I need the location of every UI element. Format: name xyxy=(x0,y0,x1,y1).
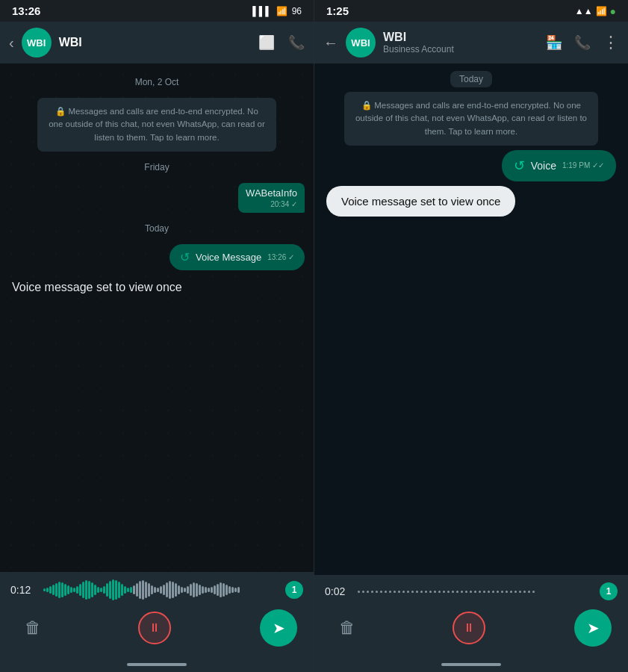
menu-icon[interactable]: ⋮ xyxy=(603,33,619,52)
avatar: WBI xyxy=(22,28,52,57)
right-avatar: WBI xyxy=(346,28,376,57)
voice-play-icon: ↺ xyxy=(180,250,190,264)
encryption-notice: 🔒 Messages and calls are end-to-end encr… xyxy=(37,98,276,152)
right-status-bar: 1:25 ▲▲ 📶 ● xyxy=(314,0,628,22)
voice-call-icon[interactable]: 📞 xyxy=(288,34,305,51)
date-label-3: Today xyxy=(9,223,305,234)
view-once-label: Voice message set to view once xyxy=(9,275,305,300)
right-signal-icon: ▲▲ xyxy=(575,6,593,16)
right-panel: 1:25 ▲▲ 📶 ● ← WBI WBI Business Account 🏪… xyxy=(314,0,628,672)
right-recording-bar: 0:02 1 🗑 ⏸ ➤ xyxy=(314,575,628,657)
contact-name: WBI xyxy=(59,36,251,49)
voice-message-bubble[interactable]: ↺ Voice Message 13:26 ✓ xyxy=(170,244,305,270)
send-recording-button[interactable]: ➤ xyxy=(260,609,297,647)
left-time: 13:26 xyxy=(12,4,40,17)
right-voice-icon: ↺ xyxy=(514,158,525,174)
right-chat-area: Today 🔒 Messages and calls are end-to-en… xyxy=(314,63,628,575)
view-once-badge: 1 xyxy=(285,581,303,599)
message-text: WABetaInfo xyxy=(246,187,297,199)
left-header: ‹ WBI WBI ⬜ 📞 xyxy=(0,22,314,63)
waveform-row: 0:12 1 xyxy=(10,579,303,600)
signal-icon: ▌▌▌ xyxy=(252,6,272,16)
waveform xyxy=(43,579,279,600)
right-contact-name: WBI xyxy=(383,31,538,44)
right-back-button[interactable]: ← xyxy=(323,34,338,52)
store-icon[interactable]: 🏪 xyxy=(546,34,562,51)
left-panel: 13:26 ▌▌▌ 📶 96 ‹ WBI WBI ⬜ 📞 Mon, 2 Oct … xyxy=(0,0,314,672)
pause-recording-button[interactable]: ⏸ xyxy=(138,612,171,644)
right-phone-icon[interactable]: 📞 xyxy=(574,34,591,51)
right-contact-subtitle: Business Account xyxy=(383,44,538,55)
message-time: 20:34 ✓ xyxy=(246,200,297,208)
right-wifi-icon: 📶 xyxy=(596,6,607,16)
nav-indicator xyxy=(127,663,187,666)
left-recording-bar: 0:12 1 🗑 ⏸ ➤ xyxy=(0,572,314,657)
right-header: ← WBI WBI Business Account 🏪 📞 ⋮ xyxy=(314,22,628,63)
date-label-1: Mon, 2 Oct xyxy=(9,77,305,87)
recording-time: 0:12 xyxy=(10,584,37,596)
right-send-icon: ➤ xyxy=(587,619,600,637)
left-status-icons: ▌▌▌ 📶 96 xyxy=(252,6,302,16)
today-label: Today xyxy=(326,71,616,87)
right-send-button[interactable]: ➤ xyxy=(574,609,612,647)
right-view-once-badge: 1 xyxy=(600,582,618,600)
header-actions: ⬜ 📞 xyxy=(258,34,305,51)
right-waveform-row: 0:02 1 xyxy=(325,582,618,600)
date-label-2: Friday xyxy=(9,162,305,172)
send-icon: ➤ xyxy=(273,619,285,637)
right-view-once-bubble: Voice message set to view once xyxy=(326,186,515,217)
right-view-once-text: Voice message set to view once xyxy=(341,195,500,208)
right-voice-bubble[interactable]: ↺ Voice 1:19 PM ✓✓ xyxy=(502,150,616,181)
right-status-icons: ▲▲ 📶 ● xyxy=(575,5,616,17)
right-header-info: WBI Business Account xyxy=(383,31,538,55)
right-delete-button[interactable]: 🗑 xyxy=(331,612,364,644)
video-call-icon[interactable]: ⬜ xyxy=(258,34,275,51)
voice-label: Voice Message xyxy=(196,252,261,263)
voice-time: 13:26 ✓ xyxy=(267,253,294,261)
left-chat-area: Mon, 2 Oct 🔒 Messages and calls are end-… xyxy=(0,63,314,572)
left-status-bar: 13:26 ▌▌▌ 📶 96 xyxy=(0,0,314,22)
message-wabetainfo: WABetaInfo 20:34 ✓ xyxy=(238,183,305,213)
right-header-icons: 🏪 📞 ⋮ xyxy=(546,33,619,52)
recording-actions: 🗑 ⏸ ➤ xyxy=(10,606,303,650)
right-time: 1:25 xyxy=(326,4,349,17)
right-nav-indicator xyxy=(441,663,501,666)
right-recording-actions: 🗑 ⏸ ➤ xyxy=(325,606,618,650)
right-recording-time: 0:02 xyxy=(325,585,352,597)
encryption-text: 🔒 Messages and calls are end-to-end encr… xyxy=(49,107,265,142)
wifi-icon: 📶 xyxy=(276,6,287,16)
left-nav-bar xyxy=(0,657,314,672)
right-voice-time: 1:19 PM ✓✓ xyxy=(562,161,604,169)
right-pause-button[interactable]: ⏸ xyxy=(453,612,485,644)
right-encryption-text: 🔒 Messages and calls are end-to-end encr… xyxy=(355,101,587,136)
right-voice-label: Voice xyxy=(531,160,556,172)
delete-recording-button[interactable]: 🗑 xyxy=(16,612,49,644)
right-pause-icon: ⏸ xyxy=(463,621,475,635)
back-button[interactable]: ‹ xyxy=(9,34,14,52)
battery-text: 96 xyxy=(292,6,302,16)
pause-icon: ⏸ xyxy=(149,621,161,635)
right-nav-bar xyxy=(314,657,628,672)
today-badge: Today xyxy=(450,71,492,87)
right-encryption-notice: 🔒 Messages and calls are end-to-end encr… xyxy=(344,92,598,146)
right-waveform-dots xyxy=(358,591,594,593)
right-battery-icon: ● xyxy=(610,5,616,17)
